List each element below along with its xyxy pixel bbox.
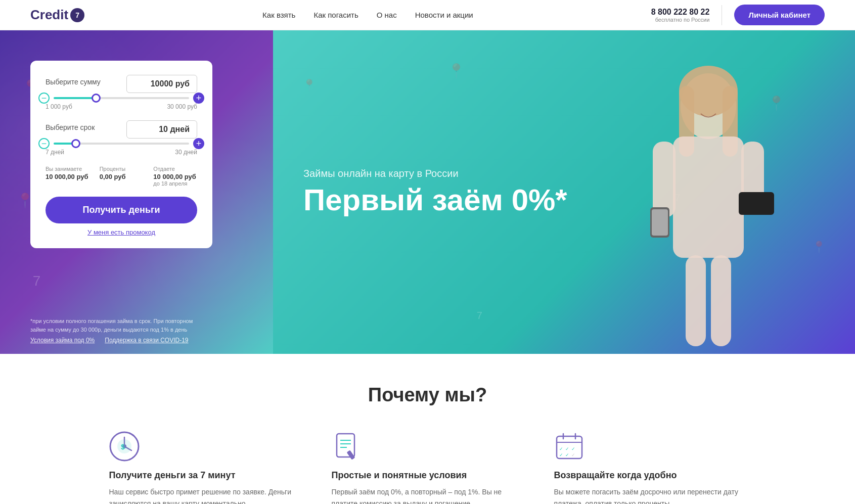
return-label: Отдаете [153,166,197,172]
hero-subtitle: Займы онлайн на карту в России [303,168,567,179]
svg-text:✓: ✓ [571,452,575,457]
disclaimer-links: Условия займа под 0% Поддержка в связи C… [30,337,202,344]
return-value: 10 000,00 руб [153,173,197,180]
svg-text:✓: ✓ [559,446,563,451]
borrow-label: Вы занимаете [46,166,89,172]
phone-block: 8 800 222 80 22 бесплатно по России [651,8,710,23]
amount-limits: 1 000 руб 30 000 руб [46,103,197,110]
get-money-button[interactable]: Получить деньги [46,197,197,223]
hero-right: 📍 📍 📍 📍 7 7 Займы онлайн на карту в Росс… [273,30,855,354]
disclaimer-text: *при условии полного погашения займа в с… [30,317,202,334]
zero-percent-link[interactable]: Условия займа под 0% [30,337,95,344]
svg-text:✓: ✓ [565,452,569,457]
amount-row: Выберите сумму 10000 руб − + 1 000 руб 3… [46,75,197,110]
pin-icon-3: 7 [33,273,41,289]
amount-min: 1 000 руб [46,103,72,110]
svg-rect-8 [652,209,668,236]
header-right: 8 800 222 80 22 бесплатно по России Личн… [651,5,825,25]
why-card-2-text: Первый заём под 0%, а повторный – под 1%… [332,486,524,504]
calendar-icon: ✓ ✓ ✓ ✓ ✓ ✓ [554,431,584,462]
svg-rect-5 [653,142,676,217]
clock-icon: $ [109,431,140,462]
document-icon [332,431,362,462]
amount-slider-track[interactable] [54,97,189,99]
nav-item-news[interactable]: Новости и акции [415,11,473,19]
amount-minus-button[interactable]: − [38,93,50,104]
logo-badge: 7 [70,8,84,22]
term-row: Выберите срок 10 дней − + 7 дней 30 дней [46,120,197,156]
cabinet-button[interactable]: Личный кабинет [734,5,825,25]
term-minus-button[interactable]: − [38,138,50,149]
header: Credit 7 Как взять Как погасить О нас Но… [0,0,855,30]
term-plus-button[interactable]: + [193,138,204,149]
covid-link[interactable]: Поддержка в связи COVID-19 [105,337,188,344]
why-card-3-text: Вы можете погасить заём досрочно или пер… [554,486,746,504]
pin-icon-5: 📍 [447,63,465,79]
person-image [612,61,804,354]
header-divider [722,5,722,25]
summary-interest: Проценты 0,00 руб [100,166,144,187]
interest-label: Проценты [100,166,144,172]
amount-slider-wrapper: − + [46,97,197,99]
main-nav: Как взять Как погасить О нас Новости и а… [262,11,473,19]
term-min: 7 дней [46,149,64,156]
term-limits: 7 дней 30 дней [46,149,197,156]
logo-text: Credit [30,7,68,23]
pin-icon-8: 7 [477,310,482,322]
pin-icon-7: 📍 [812,241,826,254]
nav-item-how-to-get[interactable]: Как взять [262,11,295,19]
why-card-3-title: Возвращайте когда удобно [554,470,746,481]
why-section: Почему мы? $ Получите деньги за 7 минут … [0,354,855,504]
calculator-card: Выберите сумму 10000 руб − + 1 000 руб 3… [30,61,212,248]
amount-max: 30 000 руб [167,103,197,110]
summary-return: Отдаете 10 000,00 руб до 18 апреля [153,166,197,187]
svg-rect-10 [686,255,706,346]
svg-text:✓: ✓ [559,452,563,457]
hero-text-block: Займы онлайн на карту в России Первый за… [303,168,567,217]
amount-plus-button[interactable]: + [193,93,204,104]
term-slider-handle[interactable] [71,139,80,148]
amount-slider-handle[interactable] [92,94,101,103]
why-card-2-title: Простые и понятные условия [332,470,524,481]
term-value[interactable]: 10 дней [126,120,197,139]
disclaimer: *при условии полного погашения займа в с… [30,317,202,344]
why-card-1: $ Получите деньги за 7 минут Наш сервис … [109,431,301,504]
phone-number: 8 800 222 80 22 [651,8,710,17]
svg-rect-11 [711,255,731,346]
logo[interactable]: Credit 7 [30,7,84,23]
hero-left: 📍 📍 7 Выберите сумму 10000 руб − + 1 000 [0,30,273,354]
amount-label: Выберите сумму [46,78,101,86]
why-title: Почему мы? [51,384,804,406]
hero-section: 📍 📍 7 Выберите сумму 10000 руб − + 1 000 [0,30,855,354]
term-label: Выберите срок [46,123,95,131]
why-cards: $ Получите деньги за 7 минут Наш сервис … [51,431,804,504]
pin-icon-4: 📍 [302,79,316,92]
amount-value[interactable]: 10000 руб [126,75,197,93]
svg-text:$: $ [121,443,125,451]
why-card-1-title: Получите деньги за 7 минут [109,470,301,481]
nav-item-how-to-pay[interactable]: Как погасить [313,11,358,19]
why-card-3: ✓ ✓ ✓ ✓ ✓ ✓ Возвращайте когда удобно Вы … [554,431,746,504]
phone-sub: бесплатно по России [651,17,710,23]
svg-text:✓: ✓ [565,446,569,451]
promo-link[interactable]: У меня есть промокод [46,228,197,236]
why-card-2: Простые и понятные условия Первый заём п… [332,431,524,504]
hero-title: Первый заём 0%* [303,184,567,217]
term-max: 30 дней [175,149,197,156]
term-slider-track[interactable] [54,143,189,145]
why-card-1-text: Наш сервис быстро примет решение по заяв… [109,486,301,504]
borrow-value: 10 000,00 руб [46,173,89,180]
nav-item-about[interactable]: О нас [377,11,397,19]
svg-text:✓: ✓ [571,446,575,451]
return-date: до 18 апреля [153,180,197,187]
calc-summary: Вы занимаете 10 000,00 руб Проценты 0,00… [46,166,197,187]
interest-value: 0,00 руб [100,173,144,180]
summary-borrow: Вы занимаете 10 000,00 руб [46,166,89,187]
svg-rect-9 [739,192,774,215]
svg-rect-4 [673,136,744,258]
term-slider-wrapper: − + [46,143,197,145]
